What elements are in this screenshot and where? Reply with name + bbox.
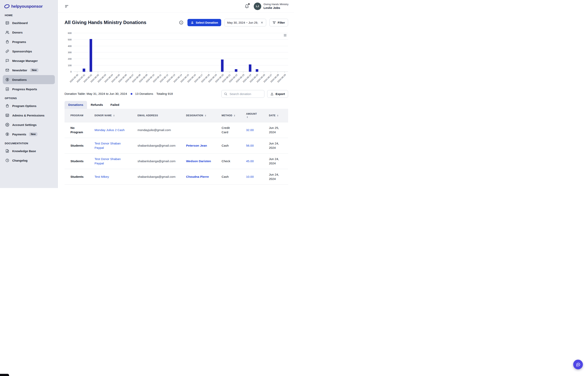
donor-link[interactable]: Monday Julius 2 Cash xyxy=(95,128,125,132)
chart-bar-slot: 2024-06-22 xyxy=(233,33,240,72)
bell-icon xyxy=(245,4,249,9)
table-summary: Donation Table: May 31, 2024 to Jun 30, … xyxy=(65,89,288,98)
sidebar-item-newsletter[interactable]: Newsletter New xyxy=(3,66,55,75)
col-header-program: Program xyxy=(65,109,89,122)
cell-method: Check xyxy=(217,154,241,169)
col-header-date[interactable]: Date xyxy=(264,109,288,122)
sidebar-item-donations[interactable]: Donations xyxy=(3,75,55,84)
designation-link[interactable]: Wedson Daristen xyxy=(186,159,211,163)
col-header-designation[interactable]: Designation xyxy=(181,109,217,122)
sidebar-section-options: OPTIONS xyxy=(5,97,53,100)
sidebar-item-account-settings[interactable]: Account Settings xyxy=(3,120,55,129)
sidebar-item-changelog[interactable]: Changelog xyxy=(3,156,55,165)
search-input[interactable] xyxy=(229,92,262,96)
payments-icon xyxy=(5,132,10,136)
amount-link[interactable]: 45.00 xyxy=(246,159,254,163)
chart-bar-slot: 2024-06-18 xyxy=(205,33,212,72)
export-icon xyxy=(270,92,274,95)
tab-failed[interactable]: Failed xyxy=(107,101,123,109)
col-header-donor-name[interactable]: Donor Name xyxy=(89,109,132,122)
amount-link[interactable]: 32.00 xyxy=(246,128,254,132)
chart-bar xyxy=(256,69,258,72)
designation-link[interactable]: Peterson Jean xyxy=(186,144,207,147)
chart-bar-slot: 2024-06-26 xyxy=(261,33,267,72)
search-donation-box[interactable] xyxy=(221,90,264,98)
summary-dot xyxy=(131,93,132,95)
chart-bar-slot: 2024-06-14 xyxy=(177,33,184,72)
cell-email: shabanlubanga@gmail.com xyxy=(132,138,181,154)
cell-method: Cash xyxy=(217,169,241,185)
sidebar-item-label: Programs xyxy=(12,40,26,43)
cell-email: shabanlubanga@gmail.com xyxy=(132,169,181,185)
filter-button[interactable]: Filter xyxy=(269,19,288,26)
amount-link[interactable]: 10.00 xyxy=(246,175,254,178)
sidebar-item-sponsorships[interactable]: Sponsorships xyxy=(3,47,55,56)
export-button[interactable]: Export xyxy=(267,90,288,98)
tab-donations[interactable]: Donations xyxy=(65,101,87,109)
table-range-text: Donation Table: May 31, 2024 to Jun 30, … xyxy=(65,92,127,95)
dashboard-icon xyxy=(5,21,10,25)
sidebar-item-label: Knowledge Base xyxy=(12,149,36,153)
user-block[interactable]: Giving Hands Ministry Leslie Jobs xyxy=(264,3,288,10)
info-icon xyxy=(179,20,184,25)
user-name: Leslie Jobs xyxy=(264,6,288,10)
sidebar-item-dashboard[interactable]: Dashboard xyxy=(3,18,55,27)
message-manager-icon xyxy=(5,59,10,63)
cell-program: Students xyxy=(65,169,89,185)
brand-logo[interactable]: helpyousponsor xyxy=(3,3,55,11)
logo-icon xyxy=(4,4,10,9)
chart-bar-slot: 2024-06-23 xyxy=(240,33,247,72)
avatar[interactable]: LJ xyxy=(254,2,261,10)
chart-bar-slot: 2024-06-15 xyxy=(184,33,191,72)
page-title: All Giving Hands Ministry Donations xyxy=(65,20,178,25)
cell-program: Students xyxy=(65,138,89,154)
amount-link[interactable]: 56.00 xyxy=(246,144,254,147)
sidebar-item-message-manager[interactable]: Message Manager xyxy=(3,56,55,65)
sidebar-item-donors[interactable]: Donors xyxy=(3,28,55,37)
info-button[interactable] xyxy=(178,20,184,26)
chart-bar-slot: 2024-06-08 xyxy=(136,33,143,72)
designation-link[interactable]: Choudna Pierre xyxy=(186,175,209,178)
donor-link[interactable]: Test Donor Shaban Paypal xyxy=(95,157,121,165)
sidebar-item-label: Donations xyxy=(12,78,27,81)
cell-email: mondayjulio@gmail.com xyxy=(132,122,181,138)
notification-dot xyxy=(248,3,250,5)
sidebar-item-program-options[interactable]: Program Options xyxy=(3,101,55,110)
sidebar-item-label: Account Settings xyxy=(12,123,36,126)
sidebar-item-payments[interactable]: Payments New xyxy=(3,130,55,139)
donation-hand-icon xyxy=(191,21,194,24)
donation-total: Totaling 918 xyxy=(156,92,173,95)
donor-link[interactable]: Test Donor Shaban Paypal xyxy=(95,142,121,149)
col-header-method[interactable]: Method xyxy=(217,109,241,122)
sidebar-item-admins-permissions[interactable]: Admins & Permissions xyxy=(3,111,55,120)
close-icon[interactable] xyxy=(261,21,263,24)
sidebar-toggle-button[interactable] xyxy=(64,3,70,9)
y-tick-label: 200 xyxy=(68,58,72,60)
table-row: No Program Monday Julius 2 Cash mondayju… xyxy=(65,122,288,138)
cell-method: Credit Card xyxy=(217,122,241,138)
sort-icon xyxy=(204,114,207,117)
select-donation-button[interactable]: Select Donation xyxy=(187,19,221,26)
chart-bar xyxy=(235,69,237,72)
chart-bar-slot: 2024-06-19 xyxy=(212,33,219,72)
export-label: Export xyxy=(275,92,285,95)
donor-link[interactable]: Test Mikey xyxy=(95,175,109,178)
chart-bar-slot: 2024-06-28 xyxy=(274,33,281,72)
table-row: Students Frank Fred 4 dev@helpyousponsor… xyxy=(65,185,288,188)
sidebar-item-progress-reports[interactable]: Progress Reports xyxy=(3,84,55,94)
sidebar-item-label: Admins & Permissions xyxy=(12,114,44,117)
sidebar-item-knowledge-base[interactable]: Knowledge Base xyxy=(3,146,55,156)
table-row: Students Test Donor Shaban Paypal shaban… xyxy=(65,138,288,154)
date-range-chip[interactable]: May 30, 2024 ~ Jun 29, xyxy=(224,19,266,26)
sidebar-item-programs[interactable]: Programs xyxy=(3,37,55,46)
y-tick-label: 0 xyxy=(70,71,72,73)
app-root: helpyousponsor HOME Dashboard Donors Pro… xyxy=(0,0,294,188)
col-header-amount[interactable]: Amount xyxy=(241,109,264,122)
tab-refunds[interactable]: Refunds xyxy=(87,101,107,109)
new-badge: New xyxy=(30,68,38,72)
chart-bar-slot: 2024-06-06 xyxy=(122,33,129,72)
chart-bar xyxy=(249,64,251,72)
chart-bar xyxy=(83,69,85,72)
chart-menu-button[interactable] xyxy=(283,33,288,38)
chart-bar-slot: 2024-06-27 xyxy=(267,33,274,72)
